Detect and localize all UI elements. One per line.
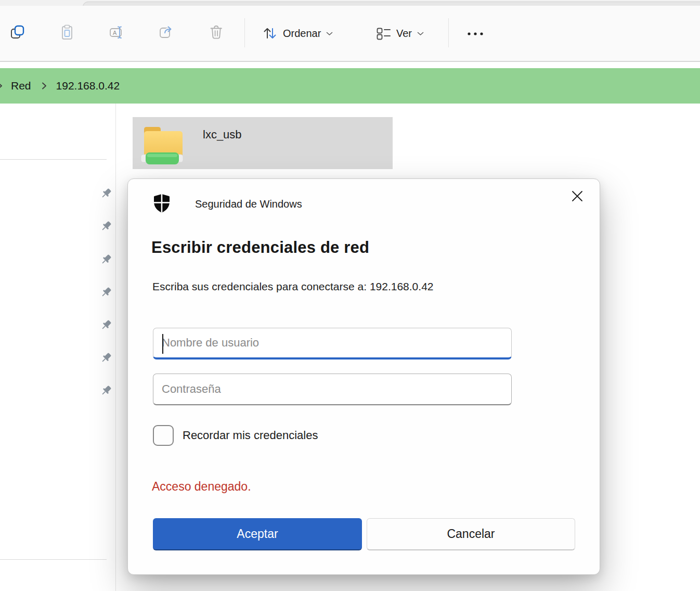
pin-icon	[99, 318, 113, 332]
cancel-button[interactable]: Cancelar	[367, 518, 575, 550]
password-field	[153, 374, 512, 405]
breadcrumb-chevron-icon	[41, 82, 48, 90]
copy-button[interactable]	[5, 21, 30, 46]
ellipsis-icon	[465, 31, 486, 37]
share-icon	[158, 24, 175, 43]
svg-text:A: A	[113, 30, 117, 36]
pin-icon	[99, 253, 113, 266]
access-denied-error: Acceso denegado.	[152, 480, 251, 494]
toolbar-separator	[244, 18, 245, 47]
username-field	[153, 328, 512, 359]
trash-icon	[208, 24, 225, 43]
file-item-lxc-usb[interactable]: lxc_usb	[133, 117, 393, 169]
view-button[interactable]: Ver	[370, 21, 429, 46]
windows-security-dialog: Seguridad de Windows Escribir credencial…	[127, 178, 600, 575]
share-button[interactable]	[154, 21, 179, 46]
toolbar-separator	[448, 18, 449, 47]
navigation-pane	[0, 104, 116, 591]
pin-icon	[99, 286, 113, 299]
file-explorer-window: A	[0, 0, 700, 591]
toolbar: A	[0, 6, 700, 62]
sort-icon	[262, 25, 278, 41]
breadcrumb-item-red[interactable]: Red	[11, 80, 31, 92]
network-folder-icon	[140, 122, 184, 169]
remember-checkbox-label: Recordar mis credenciales	[183, 429, 318, 442]
text-caret	[162, 334, 163, 354]
copy-icon	[9, 24, 26, 43]
chevron-down-icon	[417, 31, 424, 36]
delete-button[interactable]	[204, 21, 229, 46]
tab-strip	[0, 0, 700, 6]
sidebar-divider	[0, 159, 107, 160]
sort-label: Ordenar	[283, 28, 321, 40]
paste-icon	[59, 24, 75, 43]
paste-button[interactable]	[55, 21, 80, 46]
pin-icon	[99, 187, 113, 200]
username-input[interactable]	[153, 328, 511, 357]
close-button[interactable]	[566, 185, 588, 207]
dialog-title: Escribir credenciales de red	[151, 238, 369, 257]
dialog-app-title: Seguridad de Windows	[195, 198, 302, 210]
pin-icon	[99, 220, 113, 233]
more-options-button[interactable]	[460, 27, 491, 41]
sort-button[interactable]: Ordenar	[257, 21, 338, 46]
rename-button[interactable]: A	[105, 21, 129, 46]
password-input[interactable]	[153, 374, 511, 404]
rename-icon: A	[109, 24, 125, 43]
close-icon	[571, 190, 584, 202]
accept-button-label: Aceptar	[237, 527, 278, 541]
remember-credentials-row[interactable]: Recordar mis credenciales	[153, 425, 318, 446]
view-icon	[375, 25, 391, 41]
address-bar[interactable]: Red 192.168.0.42	[0, 68, 700, 104]
sidebar-divider	[0, 559, 107, 560]
accept-button[interactable]: Aceptar	[153, 518, 362, 550]
dialog-subtitle: Escriba sus credenciales para conectarse…	[152, 280, 434, 293]
chevron-down-icon	[326, 31, 333, 36]
pin-icon	[99, 384, 113, 397]
cancel-button-label: Cancelar	[447, 527, 495, 541]
breadcrumb-chevron-icon	[0, 82, 4, 90]
remember-checkbox[interactable]	[153, 425, 174, 446]
pin-icon	[99, 351, 113, 365]
file-item-label: lxc_usb	[203, 128, 242, 142]
windows-security-shield-icon	[152, 193, 171, 216]
breadcrumb-item-host[interactable]: 192.168.0.42	[56, 80, 120, 92]
view-label: Ver	[396, 28, 412, 40]
